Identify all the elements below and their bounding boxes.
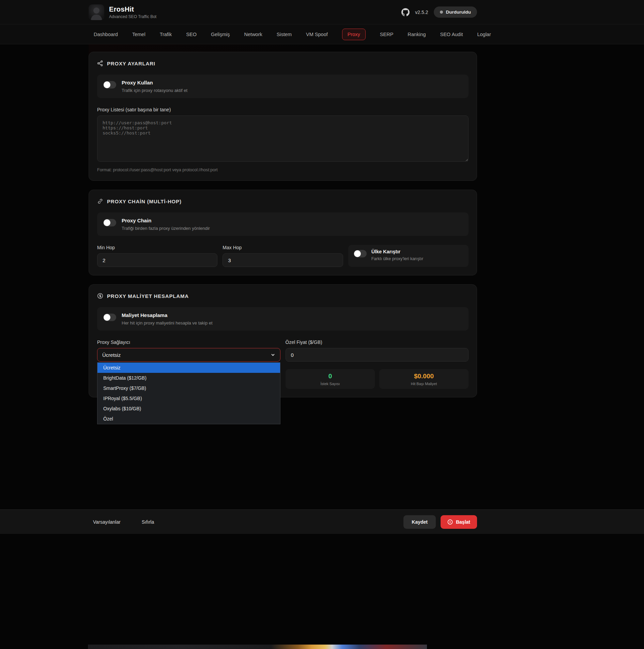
app-logo	[89, 4, 104, 20]
cost-per-hit-value: $0.000	[414, 373, 434, 380]
proxy-chain-label: Proxy Chain	[122, 218, 210, 223]
provider-label: Proxy Sağlayıcı	[97, 339, 280, 345]
country-mix-toggle[interactable]	[354, 250, 367, 257]
proxy-format-hint: Format: protocol://user:pass@host:port v…	[97, 168, 469, 172]
proxy-use-panel: Proxy Kullan Trafik için proxy rotasyonu…	[97, 75, 469, 98]
cost-calc-toggle[interactable]	[103, 314, 116, 321]
cost-fields-row: Proxy Sağlayıcı Ücretsiz Ücretsiz Bright…	[97, 339, 469, 362]
start-button-label: Başlat	[456, 519, 470, 525]
share-nodes-icon	[97, 60, 103, 66]
proxy-chain-title-row: PROXY CHAİN (MULTİ-HOP)	[97, 198, 469, 204]
action-footer: Varsayılanlar Sıfırla Kaydet Başlat	[0, 509, 644, 534]
cost-calc-label: Maliyet Hesaplama	[122, 312, 213, 318]
reset-button[interactable]: Sıfırla	[142, 519, 154, 525]
custom-price-label: Özel Fiyat ($/GB)	[286, 339, 469, 345]
request-count-value: 0	[328, 373, 332, 380]
cost-per-hit-stat: $0.000 Hit Başı Maliyet	[379, 369, 469, 389]
provider-field: Proxy Sağlayıcı Ücretsiz Ücretsiz Bright…	[97, 339, 280, 362]
start-button[interactable]: Başlat	[441, 515, 477, 529]
proxy-settings-title: PROXY AYARLARI	[107, 61, 155, 66]
status-badge-label: Durduruldu	[446, 10, 471, 15]
provider-select[interactable]: Ücretsiz	[97, 348, 280, 362]
status-dot-icon	[440, 11, 443, 14]
min-hop-field: Min Hop	[97, 245, 217, 267]
provider-selected-value: Ücretsiz	[102, 352, 121, 358]
custom-price-input[interactable]	[286, 348, 469, 362]
cost-calc-panel: Maliyet Hesaplama Her hit için proxy mal…	[97, 307, 469, 331]
provider-option-ozel[interactable]: Özel	[97, 414, 280, 424]
proxy-chain-title: PROXY CHAİN (MULTİ-HOP)	[107, 199, 182, 204]
proxy-chain-card: PROXY CHAİN (MULTİ-HOP) Proxy Chain Traf…	[89, 190, 477, 275]
proxy-cost-card: PROXY MALİYET HESAPLAMA Maliyet Hesaplam…	[89, 284, 477, 397]
cost-per-hit-label: Hit Başı Maliyet	[411, 382, 437, 386]
proxy-chain-panel: Proxy Chain Trafiği birden fazla proxy ü…	[97, 212, 469, 236]
app-title: ErosHit	[109, 5, 156, 13]
github-icon[interactable]	[401, 8, 410, 16]
max-hop-field: Max Hop	[223, 245, 343, 267]
nav-item-loglar[interactable]: Loglar	[477, 32, 491, 37]
toggle-knob	[354, 250, 361, 257]
nav-item-proxy[interactable]: Proxy	[342, 29, 366, 40]
app-subtitle: Advanced SEO Traffic Bot	[109, 14, 156, 19]
country-mix-desc: Farklı ülke proxy'leri karıştır	[371, 256, 423, 261]
proxy-list-textarea[interactable]	[97, 115, 469, 162]
nav-item-serp[interactable]: SERP	[380, 32, 394, 37]
main-nav: Dashboard Temel Trafik SEO Gelişmiş Netw…	[0, 25, 644, 44]
nav-item-dashboard[interactable]: Dashboard	[94, 32, 118, 37]
brand: ErosHit Advanced SEO Traffic Bot	[89, 4, 156, 20]
chevron-down-icon	[271, 352, 275, 357]
nav-item-seo-audit[interactable]: SEO Audit	[440, 32, 463, 37]
brand-text: ErosHit Advanced SEO Traffic Bot	[109, 5, 156, 19]
dollar-circle-icon	[97, 293, 103, 299]
toggle-knob	[104, 81, 110, 88]
save-button[interactable]: Kaydet	[403, 515, 436, 529]
nav-item-seo[interactable]: SEO	[186, 32, 197, 37]
status-badge: Durduruldu	[434, 6, 477, 18]
provider-option-oxylabs[interactable]: Oxylabs ($10/GB)	[97, 403, 280, 414]
defaults-button[interactable]: Varsayılanlar	[93, 519, 121, 525]
nav-item-sistem[interactable]: Sistem	[277, 32, 292, 37]
nav-item-network[interactable]: Network	[244, 32, 262, 37]
provider-option-iproyal[interactable]: IPRoyal ($5.5/GB)	[97, 393, 280, 403]
version-label: v2.5.2	[415, 10, 428, 15]
country-mix-label: Ülke Karıştır	[371, 249, 423, 254]
min-hop-input[interactable]	[97, 253, 217, 267]
proxy-use-desc: Trafik için proxy rotasyonu aktif et	[122, 88, 187, 93]
country-mix-panel: Ülke Karıştır Farklı ülke proxy'leri kar…	[348, 245, 469, 267]
cost-stats-row: 0 İstek Sayısı $0.000 Hit Başı Maliyet	[286, 369, 469, 389]
footer-left: Varsayılanlar Sıfırla	[93, 519, 154, 525]
nav-item-ranking[interactable]: Ranking	[408, 32, 426, 37]
proxy-use-label: Proxy Kullan	[122, 80, 187, 85]
country-mix-texts: Ülke Karıştır Farklı ülke proxy'leri kar…	[371, 249, 423, 261]
provider-option-ucretsiz[interactable]: Ücretsiz	[97, 363, 280, 373]
proxy-settings-card: PROXY AYARLARI Proxy Kullan Trafik için …	[89, 52, 477, 181]
proxy-settings-title-row: PROXY AYARLARI	[97, 60, 469, 66]
proxy-chain-texts: Proxy Chain Trafiği birden fazla proxy ü…	[122, 218, 210, 231]
nav-item-vm-spoof[interactable]: VM Spoof	[306, 32, 328, 37]
proxy-chain-desc: Trafiği birden fazla proxy üzerinden yön…	[122, 226, 210, 231]
nav-item-gelismis[interactable]: Gelişmiş	[211, 32, 230, 37]
proxy-chain-toggle[interactable]	[103, 219, 116, 226]
max-hop-input[interactable]	[223, 253, 343, 267]
toggle-knob	[104, 314, 110, 321]
min-hop-label: Min Hop	[97, 245, 217, 250]
max-hop-label: Max Hop	[223, 245, 343, 250]
provider-dropdown: Ücretsiz BrightData ($12/GB) SmartProxy …	[97, 362, 280, 424]
provider-option-smartproxy[interactable]: SmartProxy ($7/GB)	[97, 383, 280, 393]
link-icon	[97, 198, 103, 204]
proxy-use-toggle[interactable]	[103, 81, 116, 89]
header-right: v2.5.2 Durduruldu	[401, 6, 477, 18]
nav-item-temel[interactable]: Temel	[132, 32, 145, 37]
proxy-cost-title: PROXY MALİYET HESAPLAMA	[107, 293, 189, 299]
proxy-cost-title-row: PROXY MALİYET HESAPLAMA	[97, 293, 469, 299]
provider-option-brightdata[interactable]: BrightData ($12/GB)	[97, 373, 280, 383]
request-count-stat: 0 İstek Sayısı	[286, 369, 375, 389]
cost-calc-desc: Her hit için proxy maliyetini hesapla ve…	[122, 320, 213, 326]
nav-item-trafik[interactable]: Trafik	[160, 32, 172, 37]
proxy-use-texts: Proxy Kullan Trafik için proxy rotasyonu…	[122, 80, 187, 93]
background-window-peek	[88, 645, 427, 649]
bust-figure-icon	[89, 5, 104, 20]
play-icon	[447, 519, 453, 525]
main-content: PROXY AYARLARI Proxy Kullan Trafik için …	[89, 44, 477, 397]
footer-right: Kaydet Başlat	[403, 515, 477, 529]
